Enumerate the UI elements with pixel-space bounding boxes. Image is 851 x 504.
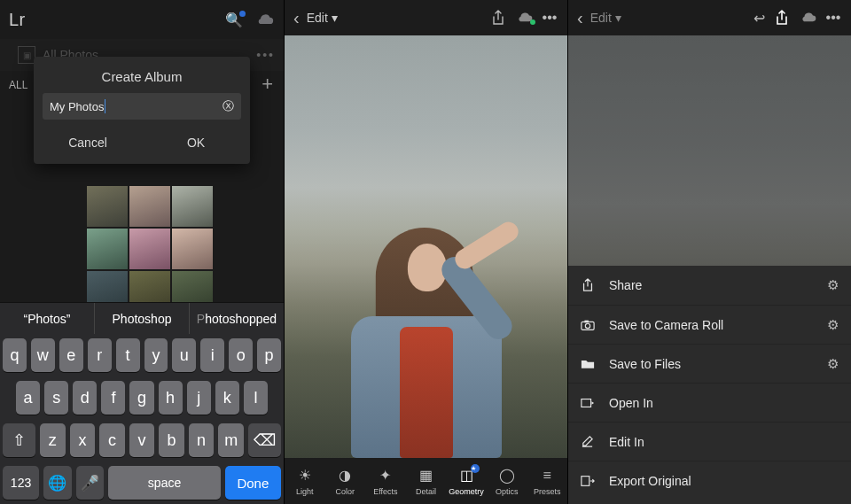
tool-optics[interactable]: ◯Optics [487,458,527,504]
key-t[interactable]: t [116,338,140,372]
more-icon[interactable]: ••• [541,10,558,26]
presets-icon: ≡ [538,467,556,485]
key-done[interactable]: Done [225,466,281,500]
keyboard-row: asdfghjkl [0,376,284,419]
key-u[interactable]: u [172,338,196,372]
key-space[interactable]: space [108,466,220,500]
tool-label: Color [336,487,355,496]
menu-edit-in[interactable]: Edit In [568,422,851,461]
edit-dropdown[interactable]: Edit ▾ [590,11,621,25]
key-w[interactable]: w [31,338,55,372]
more-icon[interactable]: ••• [256,48,275,62]
create-album-modal: Create Album My Photos ⓧ Cancel OK [34,57,250,164]
svg-rect-4 [582,476,589,485]
tool-geometry[interactable]: ◫★Geometry [446,458,487,504]
key-n[interactable]: n [189,423,215,457]
tool-label: Geometry [449,487,484,496]
thumbnail[interactable] [87,229,128,269]
more-icon[interactable]: ••• [824,10,842,26]
menu-open-in[interactable]: Open In [568,383,851,422]
share-icon[interactable] [775,10,792,26]
clear-input-icon[interactable]: ⓧ [223,98,234,114]
key-o[interactable]: o [229,338,253,372]
key-r[interactable]: r [88,338,112,372]
share-icon [581,278,597,292]
openin-icon [581,397,597,409]
keyboard-row: ⇧zxcvbnm⌫ [0,419,284,461]
cloud-sync-icon[interactable] [800,12,817,24]
edit-dropdown[interactable]: Edit ▾ [307,11,338,25]
suggestion[interactable]: “Photos” [0,303,95,334]
key-a[interactable]: a [16,381,40,415]
tool-presets[interactable]: ≡Presets [527,458,567,504]
key-x[interactable]: x [70,423,96,457]
tool-color[interactable]: ◑Color [325,458,366,504]
back-icon[interactable]: ‹ [293,8,300,28]
optics-icon: ◯ [498,467,516,485]
key-e[interactable]: e [59,338,83,372]
key-h[interactable]: h [159,381,183,415]
key-i[interactable]: i [200,338,224,372]
thumbnail[interactable] [129,186,170,227]
search-icon[interactable]: 🔍 [225,12,243,28]
key-m[interactable]: m [218,423,244,457]
key-k[interactable]: k [215,381,239,415]
key-globe[interactable]: 🌐 [43,466,72,500]
key-q[interactable]: q [3,338,27,372]
thumbnail-icon [18,46,35,64]
photo-subject [342,192,511,458]
gear-icon[interactable]: ⚙ [827,317,839,333]
key-f[interactable]: f [101,381,125,415]
tool-detail[interactable]: ▦Detail [406,458,447,504]
key-d[interactable]: d [73,381,97,415]
key-shift[interactable]: ⇧ [3,423,35,457]
menu-save-to-camera-roll[interactable]: Save to Camera Roll⚙ [568,305,851,344]
thumbnail[interactable] [87,186,128,227]
key-b[interactable]: b [159,423,184,457]
key-c[interactable]: c [99,423,125,457]
key-s[interactable]: s [44,381,68,415]
modal-title: Create Album [34,69,250,84]
thumbnail[interactable] [172,186,213,227]
key-j[interactable]: j [187,381,211,415]
keyboard-row: qwertyuiop [0,334,284,376]
key-v[interactable]: v [129,423,155,457]
undo-icon[interactable]: ↩ [750,10,768,27]
key-y[interactable]: y [144,338,168,372]
suggestion[interactable]: Photoshopped [190,303,284,334]
key-mic[interactable]: 🎤 [76,466,105,500]
tool-light[interactable]: ☀Light [285,458,325,504]
svg-rect-3 [582,399,591,407]
key-g[interactable]: g [129,381,153,415]
key-z[interactable]: z [40,423,66,457]
key-l[interactable]: l [244,381,268,415]
gear-icon[interactable]: ⚙ [827,277,839,293]
menu-export-original[interactable]: Export Original [568,461,851,500]
tab-all[interactable]: ALL [9,79,27,91]
cloud-sync-icon[interactable] [516,12,534,24]
share-icon[interactable] [491,10,509,26]
key-backspace[interactable]: ⌫ [248,423,281,457]
tool-effects[interactable]: ✦Effects [365,458,406,504]
cloud-sync-icon[interactable] [255,13,275,27]
menu-save-to-files[interactable]: Save to Files⚙ [568,344,851,383]
thumbnail[interactable] [172,229,213,269]
thumbnail[interactable] [129,229,170,269]
folder-icon [581,358,597,369]
gear-icon[interactable]: ⚙ [827,356,839,372]
suggestion[interactable]: Photoshop [95,303,190,334]
tool-label: Effects [373,487,397,496]
cancel-button[interactable]: Cancel [34,130,142,155]
svg-rect-1 [584,320,588,322]
back-icon[interactable]: ‹ [577,8,583,28]
ok-button[interactable]: OK [142,130,250,155]
key-p[interactable]: p [257,338,281,372]
photo-canvas[interactable] [285,35,567,458]
menu-label: Share [609,278,642,292]
key-123[interactable]: 123 [3,466,39,500]
app-logo: Lr [9,10,26,30]
add-album-icon[interactable]: + [262,73,273,96]
album-name-input[interactable]: My Photos ⓧ [43,93,241,120]
menu-share[interactable]: Share⚙ [568,266,851,305]
detail-icon: ▦ [418,467,435,485]
